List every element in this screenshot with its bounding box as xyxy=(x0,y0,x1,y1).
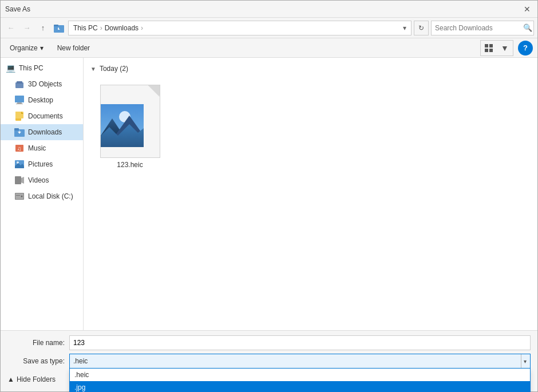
filetype-select-wrapper: .heic ▾ .heic .jpg .jpeg .jpe .jxr .png … xyxy=(69,354,531,369)
file-thumbnail xyxy=(98,84,161,159)
forward-button[interactable]: → xyxy=(20,21,34,35)
file-icon-bg xyxy=(100,85,160,158)
up-button[interactable]: ↑ xyxy=(36,21,50,35)
svg-rect-3 xyxy=(58,27,59,30)
svg-marker-26 xyxy=(21,177,24,184)
dropdown-option-heic[interactable]: .heic xyxy=(70,369,530,381)
sidebar-item-music[interactable]: ♫ Music xyxy=(1,140,83,156)
sidebar-item-videos[interactable]: Videos xyxy=(1,172,83,188)
sidebar-label-pictures: Pictures xyxy=(28,160,53,168)
folder-icon xyxy=(52,21,66,35)
dialog-title: Save As xyxy=(5,5,30,13)
svg-rect-7 xyxy=(489,49,493,52)
dropdown-option-jpg[interactable]: .jpg xyxy=(70,381,530,392)
breadcrumb-thispc: This PC xyxy=(73,24,98,32)
pictures-icon xyxy=(14,159,25,169)
back-button[interactable]: ← xyxy=(4,21,18,35)
view-buttons: ▼ xyxy=(480,40,513,56)
filename-label: File name: xyxy=(7,339,65,347)
organize-button[interactable]: Organize ▾ xyxy=(5,41,48,56)
new-folder-button[interactable]: New folder xyxy=(53,41,94,56)
svg-rect-4 xyxy=(485,44,488,47)
downloads-icon xyxy=(14,127,25,137)
file-view: ▼ Today (2) xyxy=(84,58,537,330)
save-as-dialog: Save As ✕ ← → ↑ This PC › Downloads › ▾ … xyxy=(0,0,538,392)
sidebar-label-localdisk: Local Disk (C:) xyxy=(28,192,73,200)
sidebar-item-documents[interactable]: Documents xyxy=(1,108,83,124)
desktop-icon xyxy=(14,95,25,105)
3dobjects-icon xyxy=(14,79,25,89)
filetype-select[interactable]: .heic ▾ xyxy=(69,354,531,369)
search-icon: 🔍 xyxy=(523,23,532,32)
file-item[interactable]: 123.heic xyxy=(93,80,167,173)
sidebar-label-3dobjects: 3D Objects xyxy=(28,80,62,88)
sidebar-item-localdisk[interactable]: Local Disk (C:) xyxy=(1,188,83,204)
sidebar-label-documents: Documents xyxy=(28,112,63,120)
documents-icon xyxy=(14,111,25,121)
group-header: ▼ Today (2) xyxy=(90,62,531,75)
help-button[interactable]: ? xyxy=(518,41,533,56)
videos-icon xyxy=(14,175,25,185)
sidebar-item-3dobjects[interactable]: 3D Objects xyxy=(1,76,83,92)
sidebar-item-thispc[interactable]: 💻 This PC xyxy=(1,60,83,76)
svg-rect-12 xyxy=(16,104,23,104)
main-area: 💻 This PC 3D Objects xyxy=(1,58,537,330)
group-chevron-icon: ▼ xyxy=(90,66,96,72)
music-icon: ♫ xyxy=(14,143,25,153)
sidebar-item-desktop[interactable]: Desktop xyxy=(1,92,83,108)
search-box: 🔍 xyxy=(431,21,534,35)
view-dropdown-button[interactable]: ▼ xyxy=(497,41,513,56)
svg-rect-30 xyxy=(16,195,20,196)
address-bar: ← → ↑ This PC › Downloads › ▾ ↻ 🔍 xyxy=(1,18,537,38)
svg-text:♫: ♫ xyxy=(17,145,22,152)
svg-rect-6 xyxy=(485,49,488,52)
address-box[interactable]: This PC › Downloads › ▾ xyxy=(68,21,412,35)
filetype-label: Save as type: xyxy=(7,357,65,365)
svg-rect-11 xyxy=(17,102,22,104)
sidebar-label-downloads: Downloads xyxy=(28,128,62,136)
search-input[interactable] xyxy=(435,24,521,32)
svg-rect-19 xyxy=(19,130,20,133)
view-mode-button[interactable] xyxy=(481,41,497,56)
svg-rect-25 xyxy=(15,176,21,184)
svg-rect-1 xyxy=(54,25,58,26)
filename-input[interactable] xyxy=(69,335,531,350)
sidebar-item-pictures[interactable]: Pictures xyxy=(1,156,83,172)
svg-rect-9 xyxy=(17,81,22,84)
svg-point-29 xyxy=(21,196,23,197)
filetype-selected-value: .heic xyxy=(73,357,521,365)
filetype-dropdown: .heic .jpg .jpeg .jpe .jxr .png .tif .ti… xyxy=(69,369,531,392)
hide-folders-label: Hide Folders xyxy=(17,375,56,383)
group-label: Today (2) xyxy=(100,65,128,73)
thispc-icon: 💻 xyxy=(5,63,15,73)
hide-folders-button[interactable]: ▲ Hide Folders xyxy=(7,373,56,386)
localdisk-icon xyxy=(14,191,25,201)
svg-rect-10 xyxy=(15,96,24,102)
sidebar-label-desktop: Desktop xyxy=(28,96,53,104)
sidebar-item-downloads[interactable]: Downloads xyxy=(1,124,83,140)
filetype-row: Save as type: .heic ▾ .heic .jpg .jpeg .… xyxy=(7,354,531,369)
hide-folders-chevron-icon: ▲ xyxy=(7,375,14,383)
sidebar-label-thispc: This PC xyxy=(19,64,43,72)
file-name: 123.heic xyxy=(117,161,143,169)
svg-point-23 xyxy=(17,161,19,164)
file-image-preview xyxy=(101,104,144,147)
filename-row: File name: xyxy=(7,335,531,350)
breadcrumb-downloads: Downloads xyxy=(105,24,139,32)
title-bar: Save As ✕ xyxy=(1,1,537,18)
bottom-area: File name: Save as type: .heic ▾ .heic .… xyxy=(1,330,537,391)
sidebar: 💻 This PC 3D Objects xyxy=(1,58,84,330)
refresh-button[interactable]: ↻ xyxy=(414,21,429,35)
svg-rect-5 xyxy=(489,44,493,47)
toolbar: Organize ▾ New folder ▼ ? xyxy=(1,38,537,58)
svg-rect-14 xyxy=(15,112,23,118)
file-grid: 123.heic xyxy=(90,80,531,173)
sidebar-label-videos: Videos xyxy=(28,176,49,184)
breadcrumb: This PC › Downloads › xyxy=(73,24,143,32)
close-button[interactable]: ✕ xyxy=(521,3,533,15)
sidebar-label-music: Music xyxy=(28,144,46,152)
filetype-dropdown-arrow: ▾ xyxy=(521,354,527,368)
address-dropdown-btn[interactable]: ▾ xyxy=(403,24,406,32)
svg-rect-17 xyxy=(14,128,19,130)
